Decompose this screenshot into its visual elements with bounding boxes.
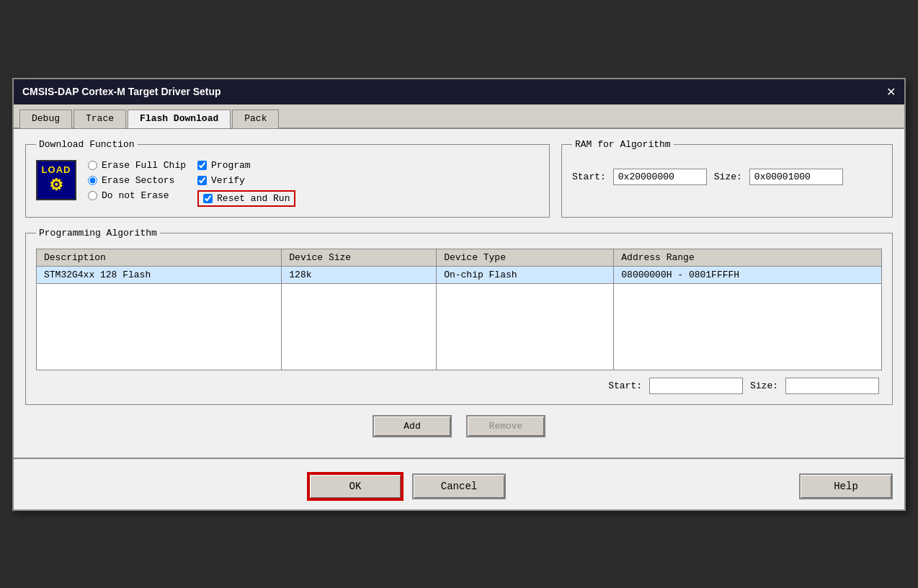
separator [14, 458, 904, 459]
erase-radio-group: Erase Full Chip Erase Sectors Do not Era… [88, 160, 186, 201]
check-reset-run[interactable]: Reset and Run [203, 193, 290, 204]
ram-size-input[interactable] [749, 169, 843, 185]
radio-erase-full-chip-label: Erase Full Chip [102, 160, 186, 171]
ok-button[interactable]: OK [308, 473, 402, 499]
remove-button[interactable]: Remove [466, 415, 545, 437]
dialog-title: CMSIS-DAP Cortex-M Target Driver Setup [22, 86, 221, 97]
ram-size-label: Size: [714, 172, 742, 182]
algo-size-input[interactable] [785, 378, 879, 394]
ram-row: Start: Size: [572, 169, 882, 185]
cancel-button[interactable]: Cancel [412, 473, 506, 499]
checkbox-group: Program Verify Reset and Run [197, 160, 295, 207]
tab-trace[interactable]: Trace [73, 110, 126, 128]
radio-do-not-erase-label: Do not Erase [102, 190, 169, 201]
download-function-group: Download Function LOAD ⚙ Erase Full Chip [25, 139, 550, 218]
radio-do-not-erase[interactable]: Do not Erase [88, 190, 186, 201]
col-address-range: Address Range [614, 249, 882, 266]
col-device-size: Device Size [282, 249, 437, 266]
table-row[interactable]: STM32G4xx 128 Flash 128k On-chip Flash 0… [37, 266, 882, 283]
check-reset-run-input[interactable] [203, 194, 213, 203]
radio-erase-sectors[interactable]: Erase Sectors [88, 175, 186, 186]
cell-description: STM32G4xx 128 Flash [37, 266, 282, 283]
programming-algorithm-group: Programming Algorithm Description Device… [25, 228, 893, 405]
radio-erase-full-chip-input[interactable] [88, 161, 97, 170]
help-button[interactable]: Help [799, 473, 893, 499]
title-bar: CMSIS-DAP Cortex-M Target Driver Setup ✕ [14, 79, 904, 104]
download-function-legend: Download Function [36, 139, 138, 150]
ram-algorithm-group: RAM for Algorithm Start: Size: [561, 139, 893, 218]
tab-flash-download[interactable]: Flash Download [128, 110, 231, 128]
add-button[interactable]: Add [373, 415, 452, 437]
radio-do-not-erase-input[interactable] [88, 191, 97, 200]
footer-row: OK Cancel Help [25, 473, 893, 499]
algo-start-label: Start: [608, 380, 642, 391]
programming-algorithm-legend: Programming Algorithm [36, 228, 160, 239]
check-program[interactable]: Program [197, 160, 295, 171]
col-description: Description [37, 249, 282, 266]
tab-debug[interactable]: Debug [19, 110, 72, 128]
radio-erase-full-chip[interactable]: Erase Full Chip [88, 160, 186, 171]
col-device-type: Device Type [437, 249, 614, 266]
cell-device-size: 128k [282, 266, 437, 283]
top-row: Download Function LOAD ⚙ Erase Full Chip [25, 139, 893, 218]
footer-buttons: OK Cancel Help [14, 466, 904, 509]
radio-erase-sectors-label: Erase Sectors [102, 175, 174, 186]
load-icon: LOAD ⚙ [36, 160, 76, 200]
algo-table: Description Device Size Device Type Addr… [36, 249, 882, 370]
algo-start-size-row: Start: Size: [36, 378, 882, 394]
dialog-window: CMSIS-DAP Cortex-M Target Driver Setup ✕… [12, 78, 906, 511]
cell-device-type: On-chip Flash [437, 266, 614, 283]
cell-address-range: 08000000H - 0801FFFFH [614, 266, 882, 283]
main-content: Download Function LOAD ⚙ Erase Full Chip [14, 129, 904, 458]
check-reset-run-label: Reset and Run [217, 193, 290, 204]
ram-algorithm-legend: RAM for Algorithm [572, 139, 674, 150]
tab-bar: Debug Trace Flash Download Pack [14, 104, 904, 129]
ram-start-input[interactable] [613, 169, 707, 185]
check-verify-input[interactable] [197, 176, 207, 185]
reset-run-highlighted-box: Reset and Run [197, 190, 295, 207]
algo-size-label: Size: [750, 380, 778, 391]
close-button[interactable]: ✕ [886, 85, 896, 99]
ram-start-label: Start: [572, 172, 606, 182]
gear-icon: ⚙ [49, 176, 63, 195]
algo-start-input[interactable] [649, 378, 743, 394]
check-program-label: Program [211, 160, 251, 171]
check-verify[interactable]: Verify [197, 175, 295, 186]
check-program-input[interactable] [197, 161, 207, 170]
tab-pack[interactable]: Pack [232, 110, 279, 128]
download-function-inner: LOAD ⚙ Erase Full Chip Erase Sectors [36, 157, 539, 207]
load-text: LOAD [42, 165, 71, 174]
bottom-buttons: Add Remove [25, 415, 893, 437]
radio-erase-sectors-input[interactable] [88, 176, 97, 185]
check-verify-label: Verify [211, 175, 245, 186]
table-empty-row [37, 283, 882, 370]
